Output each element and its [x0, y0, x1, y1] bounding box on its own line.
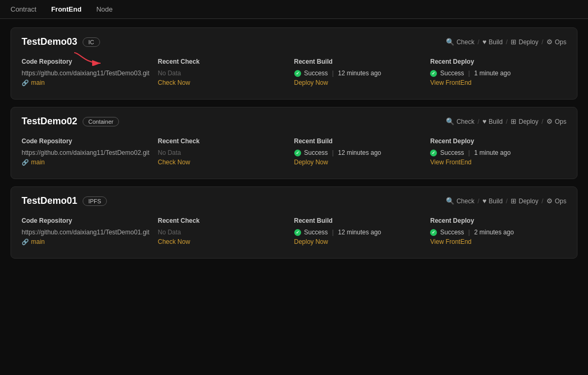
project-card-testdemo02: TestDemo02Container🔍Check/♥Build/⊞Deploy…	[11, 107, 577, 179]
recent-deploy-title: Recent Deploy	[430, 58, 566, 65]
action-separator: /	[477, 198, 479, 205]
build-icon: ♥	[483, 197, 487, 205]
pipe: |	[332, 229, 334, 236]
branch-name: main	[31, 159, 45, 166]
action-item-ops[interactable]: ⚙Ops	[546, 38, 566, 46]
card-badge: IC	[83, 37, 100, 47]
action-item-ops[interactable]: ⚙Ops	[546, 197, 566, 205]
action-item-check[interactable]: 🔍Check	[446, 38, 474, 46]
view-frontend-link[interactable]: View FrontEnd	[430, 79, 566, 86]
recent-check-section: Recent Check No Data Check Now	[158, 137, 294, 168]
link-icon: 🔗	[22, 80, 29, 86]
card-badge: Container	[83, 117, 119, 126]
card-title: TestDemo01	[22, 195, 77, 206]
repo-branch[interactable]: 🔗 main	[22, 79, 158, 86]
ops-icon: ⚙	[546, 38, 553, 46]
check-icon: 🔍	[446, 117, 454, 125]
recent-check-title: Recent Check	[158, 217, 294, 224]
pipe: |	[332, 70, 334, 77]
build-status-row: Success | 12 minutes ago	[294, 70, 431, 77]
recent-build-section: Recent Build Success | 12 minutes ago De…	[294, 58, 431, 88]
check-now-link[interactable]: Check Now	[158, 79, 294, 86]
recent-build-title: Recent Build	[294, 137, 431, 145]
build-icon: ♥	[483, 117, 487, 125]
deploy-icon: ⊞	[511, 38, 516, 46]
action-separator: /	[506, 38, 507, 46]
code-repo-section: Code Repository https://github.com/daixi…	[22, 137, 158, 168]
action-label: Ops	[555, 118, 566, 125]
card-actions: 🔍Check/♥Build/⊞Deploy/⚙Ops	[446, 38, 566, 46]
action-label: Deploy	[519, 38, 538, 46]
build-status-row: Success | 12 minutes ago	[294, 229, 431, 236]
recent-build-section: Recent Build Success | 12 minutes ago De…	[294, 137, 431, 168]
action-item-build[interactable]: ♥Build	[483, 197, 503, 205]
deploy-time: 2 minutes ago	[474, 229, 514, 236]
action-item-check[interactable]: 🔍Check	[446, 117, 474, 125]
repo-url: https://github.com/daixiang11/TestDemo03…	[22, 70, 158, 77]
recent-check-title: Recent Check	[158, 58, 294, 65]
action-label: Ops	[555, 198, 566, 205]
recent-deploy-section: Recent Deploy Success | 1 minute ago Vie…	[430, 137, 566, 168]
card-title-area: TestDemo02Container	[22, 116, 119, 127]
no-data-label: No Data	[158, 229, 294, 236]
deploy-now-link[interactable]: Deploy Now	[294, 159, 431, 166]
code-repo-title: Code Repository	[22, 137, 158, 145]
deploy-icon: ⊞	[511, 197, 516, 205]
action-label: Check	[456, 118, 474, 125]
deploy-status-row: Success | 1 minute ago	[430, 149, 566, 156]
deploy-success-icon	[430, 150, 437, 156]
recent-deploy-title: Recent Deploy	[430, 137, 566, 145]
top-nav: ContractFrontEndNode	[0, 0, 588, 19]
build-status: Success	[304, 149, 328, 156]
view-frontend-link[interactable]: View FrontEnd	[430, 238, 566, 245]
build-time: 12 minutes ago	[338, 149, 381, 156]
repo-url: https://github.com/daixiang11/TestDemo01…	[22, 229, 158, 236]
repo-url: https://github.com/daixiang11/TestDemo02…	[22, 149, 158, 156]
card-actions: 🔍Check/♥Build/⊞Deploy/⚙Ops	[446, 197, 566, 205]
recent-check-title: Recent Check	[158, 137, 294, 145]
check-now-link[interactable]: Check Now	[158, 159, 294, 166]
action-item-build[interactable]: ♥Build	[483, 117, 503, 125]
card-title: TestDemo02	[22, 116, 77, 127]
deploy-status: Success	[440, 70, 464, 77]
link-icon: 🔗	[22, 159, 29, 166]
action-item-deploy[interactable]: ⊞Deploy	[511, 117, 538, 125]
card-title-area: TestDemo03IC	[22, 36, 100, 47]
deploy-now-link[interactable]: Deploy Now	[294, 79, 431, 86]
ops-icon: ⚙	[546, 197, 553, 205]
action-label: Build	[489, 198, 503, 205]
recent-check-section: Recent Check No Data Check Now	[158, 58, 294, 88]
nav-item-frontend[interactable]: FrontEnd	[49, 5, 84, 13]
check-now-link[interactable]: Check Now	[158, 238, 294, 245]
action-label: Check	[456, 38, 474, 46]
deploy-status-row: Success | 2 minutes ago	[430, 229, 566, 236]
nav-item-contract[interactable]: Contract	[8, 5, 38, 13]
action-item-ops[interactable]: ⚙Ops	[546, 117, 566, 125]
deploy-icon: ⊞	[511, 117, 516, 125]
deploy-now-link[interactable]: Deploy Now	[294, 238, 431, 245]
pipe: |	[469, 70, 470, 77]
code-repo-title: Code Repository	[22, 217, 158, 224]
repo-branch[interactable]: 🔗 main	[22, 159, 158, 166]
action-item-check[interactable]: 🔍Check	[446, 197, 474, 205]
recent-deploy-section: Recent Deploy Success | 2 minutes ago Vi…	[430, 217, 566, 248]
action-label: Build	[489, 118, 503, 125]
check-icon: 🔍	[446, 197, 454, 205]
action-label: Build	[489, 38, 503, 46]
code-repo-section: Code Repository https://github.com/daixi…	[22, 217, 158, 248]
action-item-deploy[interactable]: ⊞Deploy	[511, 197, 538, 205]
action-item-deploy[interactable]: ⊞Deploy	[511, 38, 538, 46]
action-separator: /	[477, 38, 479, 46]
repo-branch[interactable]: 🔗 main	[22, 238, 158, 245]
action-item-build[interactable]: ♥Build	[483, 38, 503, 46]
pipe: |	[469, 229, 470, 236]
deploy-status: Success	[440, 149, 464, 156]
deploy-success-icon	[430, 229, 437, 236]
nav-item-node[interactable]: Node	[94, 5, 115, 13]
deploy-time: 1 minute ago	[474, 70, 511, 77]
action-separator: /	[477, 118, 479, 125]
recent-build-title: Recent Build	[294, 58, 431, 65]
action-label: Ops	[555, 38, 566, 46]
recent-deploy-title: Recent Deploy	[430, 217, 566, 224]
view-frontend-link[interactable]: View FrontEnd	[430, 159, 566, 166]
